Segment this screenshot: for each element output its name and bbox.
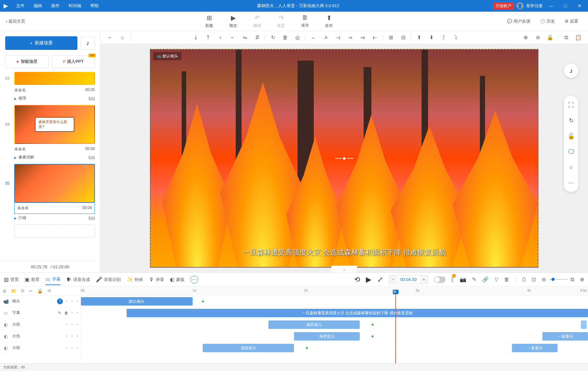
link-icon[interactable]: 🔗 [482, 276, 489, 283]
edit-track-icon[interactable]: ✎ [58, 311, 61, 315]
tab-mask[interactable]: ◐蒙版 [170, 274, 185, 284]
more-tabs-button[interactable]: ⋯ [190, 276, 198, 284]
scene-thumbnail[interactable] [14, 72, 95, 85]
add-keyframe-icon[interactable]: ✦ [304, 345, 309, 351]
time-plus-button[interactable]: + [420, 275, 428, 284]
layer-bottom-icon[interactable]: ⤵ [450, 33, 462, 42]
back-home-button[interactable]: ‹ 返回主页 [0, 18, 31, 24]
clip-subtitle[interactable]: 一旦森林遭受高强度火灾 会造成森林蓄积面积下降 很难恢复原貌 [127, 309, 588, 317]
camera-capture-icon[interactable]: 📷 [460, 276, 466, 283]
blank-tool-icon[interactable]: ○ [566, 162, 576, 172]
trash-icon[interactable]: 🗑 [504, 277, 509, 283]
clip-fire1[interactable]: 底部渐入 [268, 320, 360, 329]
flip-h-icon[interactable]: ⇋ [239, 33, 251, 42]
folder-icon[interactable]: 📁 [11, 288, 17, 294]
delete-track-icon[interactable]: 🗑 [64, 311, 68, 315]
feedback-button[interactable]: 💬用户反馈 [507, 18, 530, 24]
menu-timeline[interactable]: 时间轴 [64, 3, 86, 9]
canvas-frame[interactable]: 📹默认镜头 一旦森林遭受高强度火灾 会造成森林蓄积面积下降 很难恢复原貌 ⌄ [150, 49, 538, 268]
menu-help[interactable]: 帮助 [86, 3, 103, 9]
minimize-icon[interactable]: — [545, 0, 557, 12]
new-scene-button[interactable]: +新建场景 [5, 36, 77, 50]
more-icon[interactable]: ⋯ [566, 178, 576, 188]
copy-icon[interactable]: ⧉ [560, 33, 572, 42]
marker-left-icon[interactable]: ⟨⟩ [522, 276, 526, 283]
expand-handle[interactable]: ⌄ [331, 266, 357, 272]
lock-track-icon[interactable]: 🔒 [37, 288, 43, 294]
filter-icon[interactable]: ▽ [494, 276, 498, 283]
distribute-v-icon[interactable]: ⫡ [320, 33, 332, 42]
login-link[interactable]: 登录/注册 [526, 3, 543, 9]
camera-tool-icon[interactable]: ⌐ [104, 33, 116, 42]
save-button[interactable]: 🗎保存 [301, 14, 309, 29]
rotate-icon[interactable]: ↻ [267, 33, 279, 42]
ungroup-icon[interactable]: ⊟ [397, 33, 409, 42]
tab-effects[interactable]: ✨特效 [127, 274, 143, 284]
settings-button[interactable]: ⚙设置 [565, 18, 578, 24]
zoom-minus-icon[interactable]: ⊖ [542, 276, 546, 283]
align-right-icon[interactable]: ⫤ [345, 33, 356, 42]
timeline-track[interactable]: 顶部放大 ✦ 一直显示 [81, 342, 588, 354]
bracket-left-icon[interactable]: ⟦ [451, 276, 454, 283]
delete-icon[interactable]: 🗑 [279, 33, 291, 42]
scene-thumbnail[interactable]: 森林灾害有什么危害? [14, 105, 95, 144]
align-hcenter-icon[interactable]: ⫥ [357, 33, 368, 42]
zoom-slider[interactable]: ⊖ ⧉ [542, 276, 574, 283]
toggle-switch[interactable] [434, 276, 446, 283]
align-left-icon[interactable]: ⫣ [332, 33, 344, 42]
scene-item[interactable]: 04 森林灾害有什么危害? 未命名00:04 ▸像素溶解1(s) [5, 105, 95, 161]
preview-button[interactable]: ▶预览 [229, 14, 237, 29]
history-button[interactable]: 🕐历史 [540, 18, 555, 24]
eye-icon[interactable]: 👁 [47, 288, 52, 294]
track-header-camera[interactable]: 📹 镜头 ? ••• [0, 296, 81, 307]
add-scene-placeholder[interactable] [14, 225, 95, 238]
crop-icon[interactable]: ◎ [292, 33, 303, 42]
menu-action[interactable]: 操作 [47, 3, 64, 9]
clip-fire3[interactable]: 顶部放大 [203, 344, 294, 352]
zoom-in-icon[interactable]: ⊕ [520, 33, 531, 42]
clip-always1[interactable]: 一直显示 [542, 332, 588, 341]
maximize-icon[interactable]: □ [560, 0, 571, 12]
publish-button[interactable]: ⬆发布 [325, 14, 333, 29]
track-header-subtitle[interactable]: ㏄ 字幕 ✎ 🗑 •• [0, 307, 81, 319]
zoom-out-icon[interactable]: ⊖ [532, 33, 544, 42]
display-icon[interactable]: 🖵 [566, 146, 576, 157]
play-icon[interactable]: ▸ [14, 215, 17, 221]
add-track-icon[interactable]: ⊞ [3, 288, 6, 294]
tab-background[interactable]: ▨背景 [4, 274, 19, 284]
zoom-plus-icon[interactable]: ⊕ [580, 276, 584, 283]
new-button[interactable]: ⊞新建 [205, 14, 213, 29]
layer-top-icon[interactable]: ⤴ [438, 33, 449, 42]
scene-thumbnail[interactable] [14, 164, 95, 203]
clip-fire2[interactable]: 渐变进入 [294, 332, 360, 341]
insert-ppt-button[interactable]: P插入PPTVIP [52, 55, 95, 68]
play-icon[interactable]: ▸ [14, 155, 17, 160]
unlock-icon[interactable]: 🔓 [566, 131, 576, 141]
undo-button[interactable]: ↶撤销 [253, 14, 261, 29]
timeline-track[interactable]: 默认镜头 ✦ [81, 296, 588, 307]
group-icon[interactable]: ⊞ [385, 33, 397, 42]
lock-icon[interactable]: 🔒 [544, 33, 556, 42]
user-avatar-icon[interactable]: 👤 [516, 2, 524, 9]
clip-always2[interactable]: 一直显示 [512, 344, 558, 352]
tab-asr[interactable]: 🎤语音识别 [96, 274, 121, 284]
copy-track-icon[interactable]: ⧉ [21, 288, 24, 294]
flip-v-icon[interactable]: ⇵ [251, 33, 263, 42]
cut-icon[interactable]: ✂ [29, 288, 33, 294]
align-vcenter-icon[interactable]: ⫦ [369, 33, 381, 42]
edit-icon[interactable]: ✎ [472, 276, 476, 283]
align-bottom-icon[interactable]: ⤓ [190, 33, 201, 42]
play-icon[interactable]: ▸ [14, 96, 17, 101]
music-float-button[interactable]: ♪ [564, 64, 578, 78]
align-top-icon[interactable]: ⤒ [202, 33, 214, 42]
rotate-tool-icon[interactable]: ↻ [566, 115, 576, 126]
timeline-ruler[interactable]: 0s 1s 2s 3s 4s 4.5s [81, 286, 588, 296]
marker-right-icon[interactable]: ⊡ [532, 276, 536, 283]
distribute-h-icon[interactable]: ⫠ [308, 33, 319, 42]
timeline-track[interactable]: 一旦森林遭受高强度火灾 会造成森林蓄积面积下降 很难恢复原貌 [81, 307, 588, 319]
track-header-fire1[interactable]: ◐ 火焰 ••• [0, 319, 81, 330]
clip-end-marker[interactable] [581, 320, 587, 329]
redo-button[interactable]: ↷恢复 [277, 14, 285, 29]
scene-item[interactable]: 03 未命名00:05 ▸梳理1(s) [5, 72, 95, 102]
upgrade-badge[interactable]: 升级账户 [493, 2, 514, 10]
